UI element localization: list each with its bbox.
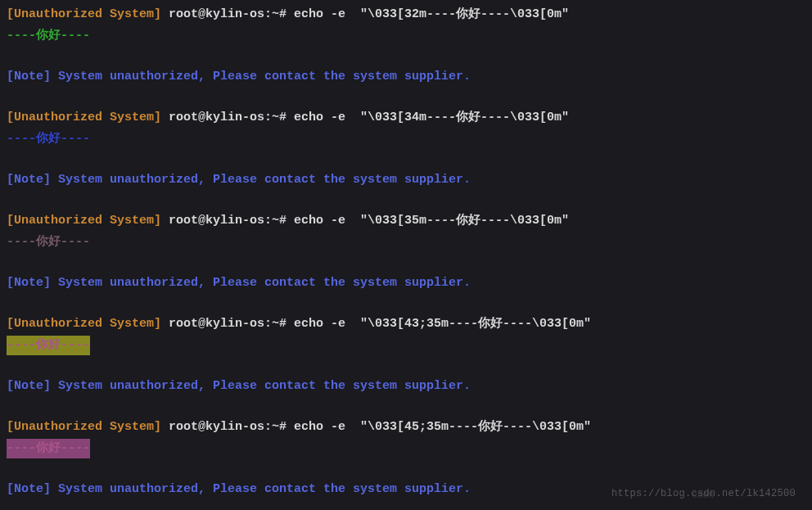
watermark-url: https://blog.csdn.net/lk142500 xyxy=(611,486,796,502)
command-line: [Unauthorized System] root@kylin-os:~# e… xyxy=(7,108,805,128)
note-text: [Note] System unauthorized, Please conta… xyxy=(7,70,471,83)
note-line: [Note] System unauthorized, Please conta… xyxy=(7,377,805,396)
blank-line xyxy=(7,47,805,67)
blank-line xyxy=(7,88,805,108)
prompt-user: root@kylin-os:~# xyxy=(161,214,294,228)
note-text: [Note] System unauthorized, Please conta… xyxy=(7,482,471,496)
prompt-user: root@kylin-os:~# xyxy=(161,317,294,331)
command-line: [Unauthorized System] root@kylin-os:~# e… xyxy=(7,5,805,25)
blank-line xyxy=(7,398,805,417)
output-line: ----你好---- xyxy=(7,26,805,46)
blank-line xyxy=(7,151,805,170)
output-line: ----你好---- xyxy=(7,129,805,149)
ansi-output: ----你好---- xyxy=(7,232,90,252)
prompt-prefix: [Unauthorized System] xyxy=(7,317,161,331)
prompt-user: root@kylin-os:~# xyxy=(161,111,294,124)
command-line: [Unauthorized System] root@kylin-os:~# e… xyxy=(7,314,805,334)
blank-line xyxy=(7,460,805,480)
note-line: [Note] System unauthorized, Please conta… xyxy=(7,170,805,190)
note-text: [Note] System unauthorized, Please conta… xyxy=(7,276,471,290)
ansi-output: ----你好---- xyxy=(7,439,90,458)
ansi-output: ----你好---- xyxy=(7,336,90,355)
terminal-output[interactable]: [Unauthorized System] root@kylin-os:~# e… xyxy=(7,5,805,499)
prompt-prefix: [Unauthorized System] xyxy=(7,214,161,228)
output-line: ----你好---- xyxy=(7,336,805,355)
ansi-output: ----你好---- xyxy=(7,129,90,149)
note-text: [Note] System unauthorized, Please conta… xyxy=(7,379,471,393)
command-line: [Unauthorized System] root@kylin-os:~# e… xyxy=(7,417,805,437)
prompt-prefix: [Unauthorized System] xyxy=(7,7,161,21)
blank-line xyxy=(7,254,805,273)
prompt-user: root@kylin-os:~# xyxy=(161,420,294,434)
output-line: ----你好---- xyxy=(7,439,805,458)
output-line: ----你好---- xyxy=(7,232,805,252)
ansi-output: ----你好---- xyxy=(7,26,90,46)
command-text: echo -e "\033[45;35m----你好----\033[0m" xyxy=(294,420,591,434)
blank-line xyxy=(7,295,805,314)
command-text: echo -e "\033[43;35m----你好----\033[0m" xyxy=(294,317,591,331)
prompt-prefix: [Unauthorized System] xyxy=(7,420,161,434)
command-text: echo -e "\033[34m----你好----\033[0m" xyxy=(294,111,569,124)
prompt-user: root@kylin-os:~# xyxy=(161,7,294,21)
blank-line xyxy=(7,192,805,211)
note-line: [Note] System unauthorized, Please conta… xyxy=(7,273,805,293)
note-line: [Note] System unauthorized, Please conta… xyxy=(7,67,805,87)
command-text: echo -e "\033[32m----你好----\033[0m" xyxy=(294,7,569,21)
command-text: echo -e "\033[35m----你好----\033[0m" xyxy=(294,214,569,228)
prompt-prefix: [Unauthorized System] xyxy=(7,111,161,124)
note-text: [Note] System unauthorized, Please conta… xyxy=(7,173,471,187)
blank-line xyxy=(7,357,805,377)
command-line: [Unauthorized System] root@kylin-os:~# e… xyxy=(7,211,805,231)
